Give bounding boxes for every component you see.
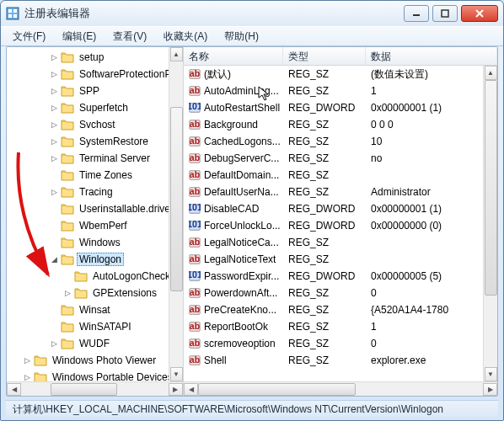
list-row[interactable]: abDebugServerC...REG_SZno: [184, 150, 497, 167]
scroll-right-button[interactable]: ▶: [483, 383, 497, 396]
tree-node[interactable]: AutoLogonChecke: [10, 268, 183, 285]
menu-favorites[interactable]: 收藏夹(A): [155, 27, 216, 46]
expander-icon[interactable]: ▷: [22, 373, 32, 381]
expander-icon[interactable]: ▷: [49, 188, 59, 196]
list-hscroll[interactable]: ◀ ▶: [184, 381, 497, 396]
scroll-up-button[interactable]: ▲: [485, 66, 497, 80]
scroll-left-button[interactable]: ◀: [7, 383, 21, 396]
list-row[interactable]: abPreCreateKno...REG_SZ{A520A1A4-1780: [184, 301, 497, 318]
tree-hscroll-thumb[interactable]: [51, 383, 118, 396]
folder-icon: [61, 119, 74, 131]
tree-hscroll[interactable]: ◀ ▶: [7, 381, 183, 396]
list-row[interactable]: abDefaultDomain...REG_SZ: [184, 167, 497, 184]
tree-vscroll-thumb[interactable]: [170, 107, 183, 291]
list-row[interactable]: abLegalNoticeTextREG_SZ: [184, 251, 497, 268]
value-name-cell: abDefaultUserNa...: [184, 186, 283, 198]
tree-node[interactable]: ▷SoftwareProtectionPla: [10, 66, 183, 83]
expander-icon[interactable]: ▷: [49, 120, 59, 129]
tree-node[interactable]: Userinstallable.drivers: [10, 200, 183, 217]
folder-icon: [61, 220, 74, 232]
value-type-cell: REG_SZ: [283, 237, 366, 248]
expander-icon[interactable]: ▷: [49, 53, 59, 61]
list-row[interactable]: abPowerdownAft...REG_SZ0: [184, 285, 497, 301]
list-row[interactable]: abscremoveoptionREG_SZ0: [184, 335, 497, 352]
tree-node-label: SPP: [77, 84, 102, 98]
list-row[interactable]: abLegalNoticeCa...REG_SZ: [184, 234, 497, 251]
tree-node[interactable]: ▷setup: [10, 49, 183, 66]
expander-icon[interactable]: ▷: [49, 104, 59, 112]
menu-help[interactable]: 帮助(H): [216, 27, 267, 46]
scroll-up-button[interactable]: ▲: [170, 47, 183, 61]
column-type[interactable]: 类型: [283, 47, 366, 65]
list-row[interactable]: 101PasswordExpir...REG_DWORD0x00000005 (…: [184, 268, 497, 285]
expander-icon[interactable]: ▷: [49, 339, 59, 348]
list-row[interactable]: abAutoAdminLog...REG_SZ1: [184, 83, 497, 99]
value-data-cell: {A520A1A4-1780: [366, 304, 497, 316]
list-row[interactable]: 101ForceUnlockLo...REG_DWORD0x00000000 (…: [184, 217, 497, 234]
list-row[interactable]: 101AutoRestartShellREG_DWORD0x00000001 (…: [184, 99, 497, 116]
tree-node[interactable]: Winsat: [10, 301, 183, 318]
expander-icon[interactable]: ◢: [49, 255, 59, 264]
tree-view[interactable]: ▷setup▷SoftwareProtectionPla▷SPP▷Superfe…: [7, 47, 183, 381]
list-row[interactable]: abReportBootOkREG_SZ1: [184, 318, 497, 335]
scroll-right-button[interactable]: ▶: [169, 383, 183, 396]
expander-icon[interactable]: ▷: [49, 137, 59, 146]
menu-file[interactable]: 文件(F): [4, 27, 54, 46]
regedit-window: 注册表编辑器 文件(F) 编辑(E) 查看(V) 收藏夹(A) 帮助(H) ▷s…: [0, 0, 504, 421]
column-data[interactable]: 数据: [366, 47, 497, 65]
list-vscroll[interactable]: ▲ ▼: [483, 66, 497, 381]
tree-node[interactable]: WinSATAPI: [10, 318, 183, 335]
list-vscroll-thumb[interactable]: [485, 80, 497, 296]
list-row[interactable]: abCachedLogons...REG_SZ10: [184, 133, 497, 150]
expander-icon[interactable]: ▷: [49, 70, 59, 78]
value-name-cell: 101PasswordExpir...: [184, 270, 283, 282]
maximize-icon: [441, 9, 449, 18]
folder-icon: [61, 85, 74, 97]
tree-node[interactable]: ▷Terminal Server: [10, 150, 183, 167]
svg-text:ab: ab: [190, 253, 200, 264]
tree-node[interactable]: ▷WUDF: [10, 335, 183, 352]
titlebar[interactable]: 注册表编辑器: [1, 1, 503, 26]
list-row[interactable]: 101DisableCADREG_DWORD0x00000001 (1): [184, 200, 497, 217]
tree-node[interactable]: ▷Windows Portable Devices: [10, 369, 183, 381]
scroll-down-button[interactable]: ▼: [485, 367, 497, 381]
scroll-left-button[interactable]: ◀: [184, 383, 198, 396]
tree-node[interactable]: ▷SPP: [10, 83, 183, 99]
tree-node[interactable]: ▷SystemRestore: [10, 133, 183, 150]
value-data-cell: (数值未设置): [366, 67, 497, 82]
tree-node[interactable]: ▷Svchost: [10, 116, 183, 133]
list-row[interactable]: abShellREG_SZexplorer.exe: [184, 352, 497, 369]
string-value-icon: ab: [189, 287, 201, 299]
value-name-cell: abLegalNoticeCa...: [184, 237, 283, 248]
tree-vscroll[interactable]: ▲ ▼: [169, 47, 183, 381]
minimize-button[interactable]: [404, 5, 429, 22]
expander-icon[interactable]: ▷: [49, 87, 59, 95]
expander-icon[interactable]: ▷: [49, 154, 59, 163]
close-button[interactable]: [461, 5, 498, 22]
tree-node[interactable]: Windows: [10, 234, 183, 251]
list-view[interactable]: ab(默认)REG_SZ(数值未设置)abAutoAdminLog...REG_…: [184, 66, 497, 381]
column-name[interactable]: 名称: [184, 47, 283, 65]
value-name-cell: abscremoveoption: [184, 338, 283, 349]
value-data-cell: 0: [366, 338, 497, 349]
tree-node[interactable]: ▷Tracing: [10, 184, 183, 200]
svg-text:101: 101: [189, 203, 201, 212]
maximize-button[interactable]: [432, 5, 458, 22]
tree-node[interactable]: ▷Windows Photo Viewer: [10, 352, 183, 369]
scroll-down-button[interactable]: ▼: [170, 367, 183, 381]
tree-node[interactable]: ▷Superfetch: [10, 99, 183, 116]
expander-icon[interactable]: ▷: [22, 356, 32, 365]
tree-node[interactable]: WbemPerf: [10, 217, 183, 234]
expander-icon[interactable]: ▷: [62, 289, 72, 297]
tree-node[interactable]: ◢Winlogon: [10, 251, 183, 268]
menu-view[interactable]: 查看(V): [105, 27, 155, 46]
list-row[interactable]: abBackgroundREG_SZ0 0 0: [184, 116, 497, 133]
menu-edit[interactable]: 编辑(E): [54, 27, 105, 46]
folder-icon: [61, 304, 74, 316]
value-type-cell: REG_SZ: [283, 68, 366, 80]
tree-node[interactable]: Time Zones: [10, 167, 183, 184]
list-row[interactable]: ab(默认)REG_SZ(数值未设置): [184, 66, 497, 83]
tree-node[interactable]: ▷GPExtensions: [10, 285, 183, 301]
list-hscroll-thumb[interactable]: [198, 383, 356, 396]
list-row[interactable]: abDefaultUserNa...REG_SZAdministrator: [184, 184, 497, 200]
